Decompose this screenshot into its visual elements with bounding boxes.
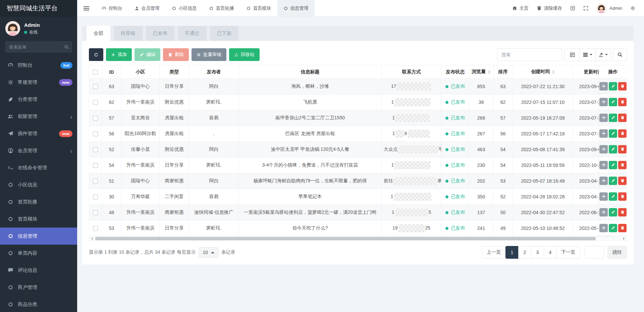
sidebar-item-info[interactable]: 信息管理	[0, 228, 77, 245]
scrollbar-thumb[interactable]	[95, 237, 596, 240]
move-row-button[interactable]	[599, 192, 608, 201]
row-checkbox[interactable]	[93, 179, 98, 184]
delete-row-button[interactable]	[618, 161, 627, 169]
move-row-button[interactable]	[599, 114, 608, 122]
sidebar-item-auth[interactable]: 权限管理‹	[0, 108, 77, 125]
topnav-item-member[interactable]: 会员管理	[128, 0, 166, 16]
page-3-button[interactable]: 3	[531, 246, 544, 259]
move-row-button[interactable]	[599, 208, 608, 216]
delete-row-button[interactable]	[618, 98, 627, 106]
sidebar-item-goods-category[interactable]: 商品分类	[0, 296, 77, 312]
hamburger-menu-icon[interactable]	[77, 0, 96, 16]
sidebar-item-banner[interactable]: 首页轮播	[0, 193, 77, 210]
delete-row-button[interactable]	[618, 208, 627, 216]
sidebar-item-category[interactable]: 分类管理	[0, 91, 77, 108]
per-page-select[interactable]: 10	[199, 247, 218, 258]
sidebar-item-general[interactable]: 常规管理new	[0, 74, 77, 91]
sidebar-item-command[interactable]: 在线命令管理	[0, 159, 77, 176]
move-row-button[interactable]	[599, 177, 608, 185]
sidebar-item-member[interactable]: 会员管理‹	[0, 142, 77, 159]
col-views[interactable]: 浏览量	[469, 65, 493, 79]
tab-offline[interactable]: 已下架	[210, 26, 239, 41]
delete-row-button[interactable]	[618, 82, 627, 90]
edit-row-button[interactable]	[609, 129, 617, 138]
user-menu[interactable]: Admin	[596, 3, 622, 13]
row-checkbox[interactable]	[93, 194, 98, 199]
jump-page-input[interactable]	[585, 246, 604, 259]
move-row-button[interactable]	[599, 224, 608, 232]
sidebar-item-addon[interactable]: 插件管理new	[0, 125, 77, 142]
move-row-button[interactable]	[599, 145, 608, 153]
edit-row-button[interactable]	[609, 192, 617, 201]
move-row-button[interactable]	[599, 98, 608, 106]
move-row-button[interactable]	[599, 129, 608, 138]
edit-button[interactable]: 编辑	[135, 48, 160, 61]
row-checkbox[interactable]	[93, 131, 98, 136]
search-button[interactable]	[613, 48, 627, 61]
topnav-item-module[interactable]: 首页模块	[240, 0, 277, 16]
delete-row-button[interactable]	[618, 145, 627, 153]
sidebar-item-merchant[interactable]: 商户管理	[0, 279, 77, 296]
audit-button[interactable]: 批量审核	[192, 48, 226, 61]
topnav-item-info[interactable]: 信息管理	[277, 0, 315, 16]
jump-button[interactable]: 跳转	[607, 246, 627, 259]
row-checkbox[interactable]	[93, 147, 98, 152]
sidebar-item-community[interactable]: 小区信息	[0, 176, 77, 193]
select-all-checkbox[interactable]	[93, 70, 98, 75]
row-checkbox[interactable]	[93, 210, 98, 215]
clear-cache-button[interactable]: 清除缓存	[537, 5, 562, 11]
tab-pending[interactable]: 待审核	[114, 26, 143, 41]
row-checkbox[interactable]	[93, 84, 98, 89]
tab-all[interactable]: 全部	[87, 26, 110, 41]
sidebar-item-comment[interactable]: 评论信息	[0, 262, 77, 279]
page-4-button[interactable]: 4	[544, 246, 557, 259]
delete-row-button[interactable]	[618, 192, 627, 201]
row-checkbox[interactable]	[93, 226, 98, 231]
delete-row-button[interactable]	[618, 129, 627, 138]
language-button[interactable]	[570, 6, 575, 11]
topnav-item-banner[interactable]: 首页轮播	[203, 0, 240, 16]
col-created[interactable]: 创建时间	[513, 65, 573, 79]
page-2-button[interactable]: 2	[518, 246, 531, 259]
prev-page-button[interactable]: 上一页	[482, 246, 505, 259]
delete-row-button[interactable]	[618, 224, 627, 232]
recycle-button[interactable]: 回收站	[229, 48, 260, 61]
page-1-button[interactable]: 1	[505, 246, 519, 259]
sidebar-item-module[interactable]: 首页模块	[0, 210, 77, 228]
move-row-button[interactable]	[599, 82, 608, 90]
row-checkbox[interactable]	[93, 100, 98, 105]
edit-row-button[interactable]	[609, 208, 617, 216]
delete-row-button[interactable]	[618, 114, 627, 122]
edit-row-button[interactable]	[609, 161, 617, 169]
edit-row-button[interactable]	[609, 82, 617, 90]
export-button[interactable]	[595, 48, 611, 61]
fullscreen-button[interactable]	[583, 6, 588, 11]
move-row-button[interactable]	[599, 161, 608, 169]
edit-row-button[interactable]	[609, 224, 617, 232]
columns-button[interactable]	[580, 48, 595, 61]
edit-row-button[interactable]	[609, 177, 617, 185]
row-checkbox[interactable]	[93, 116, 98, 121]
next-page-button[interactable]: 下一页	[556, 246, 580, 259]
topnav-item-community[interactable]: 小区信息	[166, 0, 203, 16]
delete-row-button[interactable]	[618, 177, 627, 185]
edit-row-button[interactable]	[609, 98, 617, 106]
edit-row-button[interactable]	[609, 114, 617, 122]
topnav-item-dashboard[interactable]: 控制台	[96, 0, 128, 16]
detail-view-button[interactable]	[565, 48, 580, 61]
sidebar-item-page[interactable]: 单页内容	[0, 245, 77, 262]
sidebar-item-dashboard[interactable]: 控制台hot	[0, 57, 77, 74]
scroll-right-arrow-icon[interactable]	[621, 237, 627, 241]
tab-rejected[interactable]: 不通过	[178, 26, 207, 41]
scroll-left-arrow-icon[interactable]	[89, 237, 95, 241]
delete-button[interactable]: 删除	[163, 48, 189, 61]
home-button[interactable]: 主页	[512, 5, 529, 11]
edit-row-button[interactable]	[609, 145, 617, 153]
menu-search-input[interactable]	[5, 41, 72, 53]
add-button[interactable]: 添加	[106, 48, 132, 61]
row-checkbox[interactable]	[93, 163, 98, 168]
tab-published[interactable]: 已发布	[146, 26, 175, 41]
settings-button[interactable]	[630, 6, 635, 11]
table-search-input[interactable]	[497, 48, 562, 61]
refresh-button[interactable]	[89, 48, 103, 61]
